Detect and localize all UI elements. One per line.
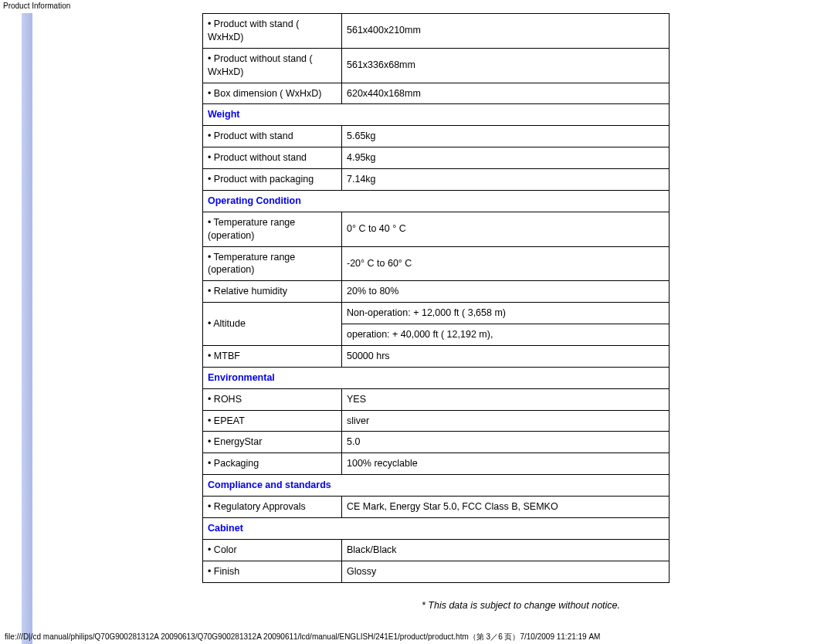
page-header-label: Product Information xyxy=(0,0,834,13)
spec-label: • Product with stand ( WxHxD) xyxy=(203,14,342,49)
spec-value: 0° C to 40 ° C xyxy=(342,212,670,246)
spec-table: • Product with stand ( WxHxD) 561x400x21… xyxy=(202,13,670,583)
spec-value: 100% recyclable xyxy=(342,453,670,475)
section-header-cabinet: Cabinet xyxy=(203,517,670,539)
spec-label: • Regulatory Approvals xyxy=(203,497,342,518)
spec-value: 7.14kg xyxy=(342,169,670,191)
spec-value: 20% to 80% xyxy=(342,281,670,303)
table-row: • EPEAT sliver xyxy=(203,410,670,432)
table-row: • Product without stand 4.95kg xyxy=(203,147,670,169)
spec-value: Non-operation: + 12,000 ft ( 3,658 m) xyxy=(342,303,670,324)
spec-value: 5.0 xyxy=(342,432,670,453)
spec-label: • Packaging xyxy=(203,453,342,475)
spec-label: • Relative humidity xyxy=(203,281,342,303)
table-row: • Temperature range (operation) -20° C t… xyxy=(203,246,670,281)
spec-label: • Box dimension ( WxHxD) xyxy=(203,83,342,104)
spec-label: • EPEAT xyxy=(203,410,342,432)
spec-value: YES xyxy=(342,388,670,410)
table-row: • Relative humidity 20% to 80% xyxy=(203,281,670,303)
spec-value: sliver xyxy=(342,410,670,432)
spec-value: 4.95kg xyxy=(342,147,670,169)
table-row: Weight xyxy=(203,104,670,126)
spec-value: Glossy xyxy=(342,561,670,582)
table-row: Operating Condition xyxy=(203,190,670,212)
spec-label: • Altitude xyxy=(203,303,342,346)
spec-value: 620x440x168mm xyxy=(342,83,670,104)
spec-value: operation: + 40,000 ft ( 12,192 m), xyxy=(342,324,670,346)
notice-text: * This data is subject to change without… xyxy=(202,600,834,611)
spec-value: 561x400x210mm xyxy=(342,14,670,49)
spec-label: • MTBF xyxy=(203,345,342,367)
spec-label: • Product with packaging xyxy=(203,169,342,191)
table-row: • Product with stand ( WxHxD) 561x400x21… xyxy=(203,14,670,49)
spec-value: CE Mark, Energy Star 5.0, FCC Class B, S… xyxy=(342,497,670,518)
section-header-compliance: Compliance and standards xyxy=(203,475,670,497)
spec-value: -20° C to 60° C xyxy=(342,246,670,281)
spec-label: • Temperature range (operation) xyxy=(203,212,342,246)
table-row: • Altitude Non-operation: + 12,000 ft ( … xyxy=(203,303,670,324)
table-row: • MTBF 50000 hrs xyxy=(203,345,670,367)
table-row: Compliance and standards xyxy=(203,475,670,497)
section-header-environmental: Environmental xyxy=(203,367,670,388)
table-row: • Finish Glossy xyxy=(203,561,670,582)
spec-label: • Finish xyxy=(203,561,342,582)
table-row: • Product without stand ( WxHxD) 561x336… xyxy=(203,48,670,83)
table-row: • Box dimension ( WxHxD) 620x440x168mm xyxy=(203,83,670,104)
table-row: • Regulatory Approvals CE Mark, Energy S… xyxy=(203,497,670,518)
section-header-operating: Operating Condition xyxy=(203,190,670,212)
section-header-weight: Weight xyxy=(203,104,670,126)
table-row: • ROHS YES xyxy=(203,388,670,410)
footer-file-path: file:///D|/cd manual/philips/Q70G9002813… xyxy=(5,632,600,642)
table-row: • Packaging 100% recyclable xyxy=(203,453,670,475)
spec-value: 561x336x68mm xyxy=(342,48,670,83)
table-row: Environmental xyxy=(203,367,670,388)
left-side-band xyxy=(22,13,32,644)
spec-value: Black/Black xyxy=(342,539,670,561)
spec-label: • ROHS xyxy=(203,388,342,410)
main-content: • Product with stand ( WxHxD) 561x400x21… xyxy=(32,13,834,644)
table-row: • Temperature range (operation) 0° C to … xyxy=(203,212,670,246)
spec-label: • Product with stand xyxy=(203,126,342,147)
table-row: • Color Black/Black xyxy=(203,539,670,561)
spec-value: 50000 hrs xyxy=(342,345,670,367)
spec-label: • Product without stand xyxy=(203,147,342,169)
table-row: • EnergyStar 5.0 xyxy=(203,432,670,453)
spec-label: • Temperature range (operation) xyxy=(203,246,342,281)
table-row: Cabinet xyxy=(203,517,670,539)
page-wrap: • Product with stand ( WxHxD) 561x400x21… xyxy=(0,13,834,644)
spec-value: 5.65kg xyxy=(342,126,670,147)
table-row: • Product with packaging 7.14kg xyxy=(203,169,670,191)
spec-label: • Color xyxy=(203,539,342,561)
table-row: • Product with stand 5.65kg xyxy=(203,126,670,147)
spec-label: • EnergyStar xyxy=(203,432,342,453)
spec-label: • Product without stand ( WxHxD) xyxy=(203,48,342,83)
